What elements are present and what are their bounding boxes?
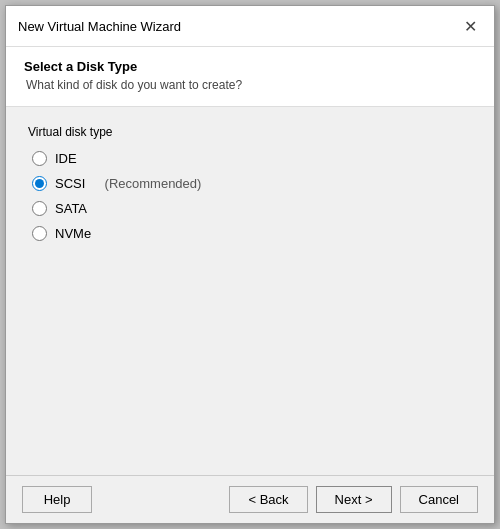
- close-button[interactable]: ✕: [458, 14, 482, 38]
- section-label: Virtual disk type: [28, 125, 472, 139]
- radio-item-nvme[interactable]: NVMe: [32, 226, 472, 241]
- footer-right-buttons: < Back Next > Cancel: [229, 486, 478, 513]
- radio-item-ide[interactable]: IDE: [32, 151, 472, 166]
- radio-nvme-label: NVMe: [55, 226, 91, 241]
- content-area: Virtual disk type IDE SCSI (Recommended)…: [6, 107, 494, 475]
- radio-nvme[interactable]: [32, 226, 47, 241]
- header-title: Select a Disk Type: [24, 59, 476, 74]
- radio-ide-label: IDE: [55, 151, 77, 166]
- radio-item-scsi[interactable]: SCSI (Recommended): [32, 176, 472, 191]
- help-button[interactable]: Help: [22, 486, 92, 513]
- cancel-button[interactable]: Cancel: [400, 486, 478, 513]
- header-section: Select a Disk Type What kind of disk do …: [6, 47, 494, 107]
- radio-sata-label: SATA: [55, 201, 87, 216]
- radio-item-sata[interactable]: SATA: [32, 201, 472, 216]
- radio-scsi[interactable]: [32, 176, 47, 191]
- next-button[interactable]: Next >: [316, 486, 392, 513]
- radio-sata[interactable]: [32, 201, 47, 216]
- radio-scsi-note: (Recommended): [97, 176, 201, 191]
- header-subtitle: What kind of disk do you want to create?: [24, 78, 476, 92]
- footer: Help < Back Next > Cancel: [6, 475, 494, 523]
- radio-scsi-label: SCSI: [55, 176, 85, 191]
- disk-type-group: IDE SCSI (Recommended) SATA NVMe: [28, 151, 472, 241]
- title-bar: New Virtual Machine Wizard ✕: [6, 6, 494, 47]
- dialog-window: New Virtual Machine Wizard ✕ Select a Di…: [5, 5, 495, 524]
- radio-ide[interactable]: [32, 151, 47, 166]
- dialog-title: New Virtual Machine Wizard: [18, 19, 181, 34]
- back-button[interactable]: < Back: [229, 486, 307, 513]
